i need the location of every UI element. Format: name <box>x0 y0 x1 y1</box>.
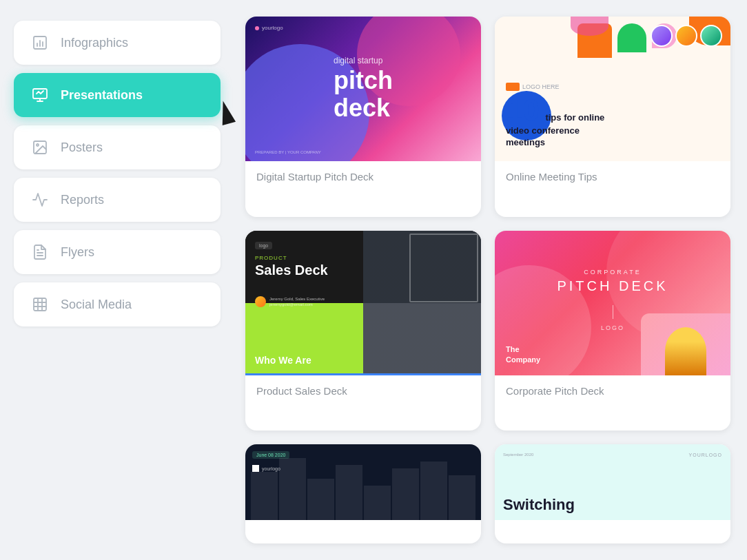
presentations-icon <box>30 85 50 105</box>
flyers-label: Flyers <box>61 245 94 260</box>
reports-label: Reports <box>61 193 104 207</box>
sidebar-item-social-media[interactable]: Social Media <box>14 282 221 326</box>
startup-pitch-text: digital startup pitch deck <box>320 56 407 121</box>
sales-who-we-are: Who We Are <box>255 355 311 366</box>
online-meeting-label: Online Meeting Tips <box>495 161 730 194</box>
presentations-label: Presentations <box>61 88 143 103</box>
template-grid: yourlogo digital startup pitch deck PREP… <box>234 0 747 560</box>
template-card-online-meeting[interactable]: LOGO HERE 10 tips for online video confe… <box>495 17 730 217</box>
sidebar-item-presentations[interactable]: Presentations <box>14 73 221 117</box>
svg-point-8 <box>37 144 39 146</box>
sales-left-content: logo PRODUCT Sales Deck <box>255 238 328 278</box>
avatar-2 <box>675 25 697 47</box>
thumbnail-switching: September 2020 YOURLOGO Switching <box>495 444 730 520</box>
sidebar-item-posters[interactable]: Posters <box>14 125 221 169</box>
infographics-icon <box>30 33 50 52</box>
avatar-1 <box>651 25 673 47</box>
thumbnail-building: June 08 2020 yourlogo <box>245 444 481 520</box>
template-card-product-sales[interactable]: logo PRODUCT Sales Deck Jeremy Gold, Sal… <box>245 231 481 431</box>
template-card-corporate-pitch[interactable]: CORPORATE PITCH DECK LOGO The Company Co… <box>495 231 730 431</box>
product-sales-label: Product Sales Deck <box>245 375 481 408</box>
svg-rect-11 <box>34 298 46 311</box>
switching-logo: YOURLOGO <box>689 453 722 457</box>
flyers-icon <box>30 242 50 262</box>
sidebar: Infographics Presentations Posters <box>0 0 234 560</box>
meeting-logo: LOGO HERE <box>506 83 604 91</box>
posters-icon <box>30 138 50 157</box>
sidebar-item-reports[interactable]: Reports <box>14 178 221 222</box>
meeting-avatars <box>651 25 722 47</box>
corporate-pitch-label: Corporate Pitch Deck <box>495 375 730 408</box>
thumbnail-online-meeting: LOGO HERE 10 tips for online video confe… <box>495 17 730 161</box>
switching-title: Switching <box>503 497 575 513</box>
template-card-digital-startup[interactable]: yourlogo digital startup pitch deck PREP… <box>245 17 481 217</box>
social-media-label: Social Media <box>61 298 132 312</box>
thumbnail-corporate-pitch: CORPORATE PITCH DECK LOGO The Company <box>495 231 730 375</box>
meeting-number-row: 10 tips for online <box>506 95 604 125</box>
thumbnail-digital-startup: yourlogo digital startup pitch deck PREP… <box>245 17 481 161</box>
reports-icon <box>30 190 50 209</box>
infographics-label: Infographics <box>61 36 128 50</box>
startup-logo: yourlogo <box>255 25 283 31</box>
sidebar-item-flyers[interactable]: Flyers <box>14 230 221 274</box>
template-card-switching[interactable]: September 2020 YOURLOGO Switching <box>495 444 730 543</box>
thumbnail-product-sales: logo PRODUCT Sales Deck Jeremy Gold, Sal… <box>245 231 481 375</box>
social-media-icon <box>30 295 50 314</box>
posters-label: Posters <box>61 141 103 155</box>
startup-prepared: PREPARED BY | YOUR COMPANY <box>255 150 321 154</box>
corp-photo <box>641 313 730 375</box>
digital-startup-label: Digital Startup Pitch Deck <box>245 161 481 194</box>
template-card-building[interactable]: June 08 2020 yourlogo <box>245 444 481 543</box>
sales-person: Jeremy Gold, Sales Executive jeremygold@… <box>255 296 325 308</box>
meeting-content: LOGO HERE 10 tips for online video confe… <box>506 83 604 149</box>
corp-company: The Company <box>506 344 540 366</box>
sidebar-item-infographics[interactable]: Infographics <box>14 21 221 65</box>
buildings-graphic <box>245 458 481 520</box>
avatar-3 <box>700 25 722 47</box>
